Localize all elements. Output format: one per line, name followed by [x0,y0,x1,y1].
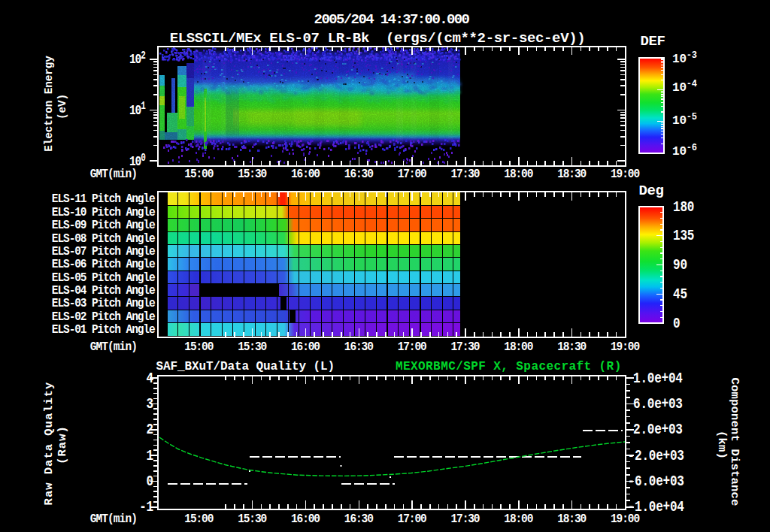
svg-text:(eV): (eV) [56,94,68,119]
svg-text:16:00: 16:00 [291,340,320,354]
svg-text:17:30: 17:30 [450,512,480,526]
svg-text:19:00: 19:00 [611,167,640,181]
svg-text:19:00: 19:00 [611,512,640,526]
svg-text:ELS-02 Pitch Angle: ELS-02 Pitch Angle [52,310,156,324]
svg-text:0: 0 [147,472,153,491]
svg-text:90: 90 [673,255,687,274]
svg-text:ELS-03 Pitch Angle: ELS-03 Pitch Angle [52,297,156,311]
svg-text:16:00: 16:00 [291,512,320,526]
svg-text:3: 3 [147,394,153,413]
svg-text:16:30: 16:30 [344,167,374,181]
svg-text:16:30: 16:30 [344,340,374,354]
svg-text:-1: -1 [139,497,153,516]
svg-text:17:00: 17:00 [398,340,427,354]
svg-text:ELS-11 Pitch Angle: ELS-11 Pitch Angle [52,192,156,207]
svg-text:180: 180 [673,197,694,216]
svg-text:15:00: 15:00 [184,340,214,354]
svg-text:Deg: Deg [638,183,663,199]
svg-text:-6.0e+03: -6.0e+03 [628,472,684,491]
svg-text:18:00: 18:00 [504,167,533,181]
svg-text:ELS-09 Pitch Angle: ELS-09 Pitch Angle [52,218,156,232]
svg-text:15:00: 15:00 [184,512,214,526]
svg-text:15:30: 15:30 [238,340,267,354]
svg-text:ELS-10 Pitch Angle: ELS-10 Pitch Angle [52,205,156,219]
svg-text:17:00: 17:00 [398,167,427,181]
svg-text:0: 0 [673,313,680,332]
svg-text:16:30: 16:30 [344,512,374,526]
svg-text:2005/204 14:37:00.000: 2005/204 14:37:00.000 [314,11,470,28]
svg-text:Component Distance: Component Distance [728,377,741,506]
svg-text:MEXORBMC/SPF X, Spacecraft (R): MEXORBMC/SPF X, Spacecraft (R) [396,360,622,373]
svg-text:ELS-07 Pitch Angle: ELS-07 Pitch Angle [52,244,156,258]
svg-text:2: 2 [147,420,153,439]
svg-text:15:30: 15:30 [238,167,267,181]
svg-text:ELS-06 Pitch Angle: ELS-06 Pitch Angle [52,258,156,272]
svg-text:(Raw): (Raw) [56,425,69,464]
svg-text:ELSSCIL/MEx ELS-07 LR-Bk (erg: ELSSCIL/MEx ELS-07 LR-Bk (ergs/(cm**2-sr… [170,30,586,47]
svg-text:GMT(min): GMT(min) [90,512,137,526]
svg-text:19:00: 19:00 [611,340,640,354]
svg-text:ELS-04 Pitch Angle: ELS-04 Pitch Angle [52,283,156,298]
svg-text:18:00: 18:00 [504,512,533,526]
svg-text:15:30: 15:30 [238,512,267,526]
svg-text:-2.0e+03: -2.0e+03 [628,446,684,465]
svg-text:16:00: 16:00 [291,167,320,181]
svg-text:15:00: 15:00 [184,167,214,181]
svg-text:6.0e+03: 6.0e+03 [633,394,683,413]
svg-text:17:30: 17:30 [450,340,480,354]
svg-text:17:30: 17:30 [450,167,480,181]
svg-text:18:30: 18:30 [557,340,587,354]
svg-text:SAF_BXuT/Data Quality (L): SAF_BXuT/Data Quality (L) [156,360,335,373]
svg-text:ELS-05 Pitch Angle: ELS-05 Pitch Angle [52,271,156,285]
svg-text:GMT(min): GMT(min) [90,167,137,181]
svg-text:18:00: 18:00 [504,340,533,354]
svg-text:45: 45 [673,285,687,304]
svg-text:DEF: DEF [640,33,665,50]
svg-text:ELS-08 Pitch Angle: ELS-08 Pitch Angle [52,231,156,246]
svg-text:18:30: 18:30 [557,512,587,526]
svg-text:1: 1 [147,446,153,465]
svg-text:(km): (km) [715,431,729,459]
svg-text:Electron Energy: Electron Energy [43,56,55,152]
svg-text:18:30: 18:30 [557,167,587,181]
svg-text:17:00: 17:00 [398,512,427,526]
svg-text:2.0e+03: 2.0e+03 [633,420,683,439]
svg-text:GMT(min): GMT(min) [90,340,137,354]
svg-text:135: 135 [673,226,694,245]
svg-text:ELS-01 Pitch Angle: ELS-01 Pitch Angle [52,322,156,337]
svg-text:Raw Data Quality: Raw Data Quality [42,382,56,506]
svg-text:4: 4 [147,368,153,387]
svg-text:1.0e+04: 1.0e+04 [633,368,683,387]
